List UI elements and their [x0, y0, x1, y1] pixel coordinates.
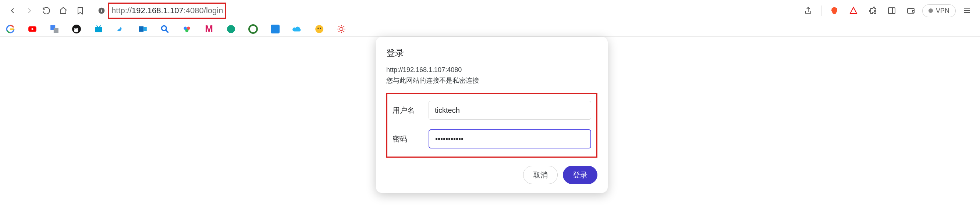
svg-line-20	[166, 30, 169, 33]
bookmark-baidu-app[interactable]	[182, 24, 192, 34]
svg-rect-1	[101, 10, 102, 12]
svg-rect-12	[54, 28, 59, 33]
panel-icon	[887, 6, 896, 15]
swirl-icon	[248, 24, 258, 34]
svg-point-24	[227, 25, 235, 33]
translate-icon	[50, 24, 59, 34]
bookmark-yellow-circle[interactable]	[314, 24, 325, 34]
puzzle-icon	[868, 6, 877, 15]
bookmark-chatgpt[interactable]	[226, 24, 236, 34]
sidebar-button[interactable]	[884, 3, 899, 18]
blue-square-icon	[271, 25, 280, 33]
svg-rect-2	[101, 9, 102, 10]
url-port: :4080	[184, 6, 204, 15]
brave-shields-button[interactable]	[827, 3, 842, 18]
brave-icon	[830, 6, 839, 15]
username-row: 用户名	[393, 101, 591, 120]
svg-point-19	[161, 26, 166, 30]
separator	[821, 5, 821, 16]
google-icon	[6, 24, 15, 34]
bookmark-google[interactable]	[5, 24, 16, 34]
bird-icon	[116, 24, 126, 34]
cloud-app-icon	[182, 24, 192, 34]
share-icon	[804, 6, 813, 15]
bookmarks-bar: M	[0, 21, 980, 37]
chatgpt-icon	[226, 24, 236, 34]
password-row: 密码	[393, 129, 591, 148]
nav-forward-button[interactable]	[22, 3, 37, 18]
dialog-actions: 取消 登录	[386, 166, 597, 184]
cancel-button[interactable]: 取消	[523, 166, 558, 184]
red-gear-icon	[337, 24, 346, 34]
page-content: 登录 http://192.168.1.107:4080 您与此网站的连接不是私…	[0, 37, 980, 219]
url-display: http://192.168.1.107:4080/login	[111, 6, 223, 16]
bookmark-github[interactable]	[72, 24, 82, 34]
bookmark-cloud[interactable]	[292, 24, 302, 34]
m-icon: M	[205, 23, 213, 35]
http-auth-dialog: 登录 http://192.168.1.107:4080 您与此网站的连接不是私…	[376, 37, 608, 193]
svg-rect-18	[143, 27, 147, 31]
vpn-label: VPN	[936, 7, 950, 15]
nav-back-button[interactable]	[5, 3, 20, 18]
extensions-button[interactable]	[865, 3, 880, 18]
chevron-left-icon	[8, 6, 17, 15]
vpn-status-dot	[929, 8, 933, 13]
bilibili-icon	[94, 24, 103, 34]
youtube-icon	[28, 24, 37, 34]
address-bar[interactable]: http://192.168.1.107:4080/login	[95, 3, 793, 18]
bookmark-dove[interactable]	[116, 24, 126, 34]
url-host: 192.168.1.107	[132, 6, 184, 15]
github-icon	[72, 24, 81, 34]
outlook-icon	[138, 24, 148, 34]
vpn-button[interactable]: VPN	[922, 5, 956, 17]
username-label: 用户名	[393, 105, 420, 115]
svg-point-28	[320, 27, 321, 29]
url-annotation-box: http://192.168.1.107:4080/login	[108, 3, 226, 19]
bookmark-bilibili[interactable]	[94, 24, 104, 34]
bookmark-red-gear[interactable]	[336, 24, 347, 34]
bookmark-search[interactable]	[160, 24, 170, 34]
home-button[interactable]	[56, 3, 71, 18]
app-menu-button[interactable]	[959, 3, 975, 18]
svg-rect-17	[139, 26, 143, 32]
site-info-button[interactable]	[95, 4, 108, 17]
url-path: /login	[204, 6, 223, 15]
username-input[interactable]	[429, 101, 591, 120]
fields-annotation-box: 用户名 密码	[386, 93, 597, 158]
login-button[interactable]: 登录	[563, 166, 597, 184]
share-button[interactable]	[800, 3, 816, 18]
bookmark-m[interactable]: M	[204, 24, 214, 34]
password-input[interactable]	[429, 129, 591, 148]
dialog-url: http://192.168.1.107:4080	[386, 66, 597, 74]
reload-icon	[42, 6, 51, 15]
bookmark-button[interactable]	[73, 3, 88, 18]
wallet-button[interactable]	[903, 3, 919, 18]
dialog-warning: 您与此网站的连接不是私密连接	[386, 76, 597, 85]
info-icon	[98, 7, 105, 14]
home-icon	[59, 6, 68, 15]
svg-point-25	[249, 25, 257, 33]
reload-button[interactable]	[39, 3, 54, 18]
toolbar-right-icons: VPN	[800, 3, 975, 18]
svg-point-27	[317, 27, 318, 29]
svg-line-16	[99, 25, 100, 27]
bookmark-outlook[interactable]	[138, 24, 148, 34]
search-icon	[160, 24, 170, 34]
svg-point-29	[340, 27, 343, 30]
hamburger-icon	[963, 6, 972, 15]
svg-point-26	[315, 25, 323, 33]
brave-rewards-button[interactable]	[846, 3, 861, 18]
browser-toolbar: http://192.168.1.107:4080/login VPN	[0, 0, 980, 21]
password-label: 密码	[393, 134, 420, 144]
wallet-icon	[907, 6, 915, 15]
svg-rect-14	[95, 27, 102, 32]
bookmark-green-swirl[interactable]	[248, 24, 258, 34]
yellow-circle-icon	[315, 24, 324, 34]
svg-line-15	[97, 25, 98, 27]
bookmark-youtube[interactable]	[27, 24, 38, 34]
bookmark-translate[interactable]	[49, 24, 60, 34]
url-scheme: http://	[111, 6, 132, 15]
dialog-title: 登录	[386, 47, 597, 59]
bookmark-blue-app[interactable]	[270, 24, 280, 34]
svg-rect-3	[888, 8, 895, 14]
